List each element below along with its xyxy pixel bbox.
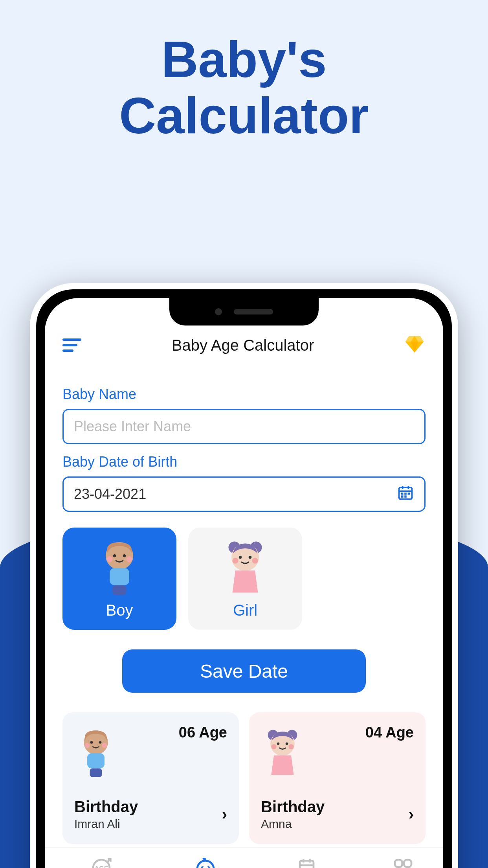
svg-rect-28 [87,753,105,769]
svg-rect-48 [404,860,412,867]
boy-icon [74,726,117,781]
nav-others[interactable]: Others [389,857,417,868]
svg-point-10 [113,554,116,557]
nav-baby-age[interactable]: Baby Age [184,857,227,868]
chevron-right-icon: › [222,805,227,823]
gender-selector: Boy Girl [62,528,426,630]
save-date-button[interactable]: Save Date [122,649,366,693]
baby-dob-input[interactable]: 23-04-2021 [62,476,426,512]
baby-dob-label: Baby Date of Birth [62,454,426,470]
age-calculator-icon: AGE [90,857,112,868]
baby-name-label: Baby Name [62,386,426,403]
svg-point-27 [102,743,107,748]
girl-icon [220,539,271,598]
child-birthday-label: Birthday [261,798,325,816]
baby-name-input[interactable] [62,409,426,444]
baby-age-icon [194,857,216,868]
svg-point-22 [252,557,258,563]
app-title: Baby Age Calculator [172,337,314,354]
svg-point-35 [271,744,276,749]
phone-notch [169,298,319,326]
svg-text:AGE: AGE [95,865,108,868]
child-card[interactable]: 06 Age Birthday Imran Ali › [62,712,239,844]
menu-icon[interactable] [62,335,82,355]
saved-children-list: 06 Age Birthday Imran Ali › [45,693,443,844]
svg-rect-14 [110,568,129,585]
svg-point-11 [123,554,126,557]
svg-rect-40 [300,861,314,868]
phone-screen: Baby Age Calculator Baby Name Baby Date … [45,298,443,868]
girl-icon [261,726,304,781]
nav-working-days[interactable]: Working Days [279,857,338,868]
child-name: Amna [261,817,325,831]
calendar-icon [397,484,414,505]
child-age-text: 06 Age [179,724,227,741]
svg-rect-47 [395,860,402,867]
svg-point-39 [197,861,214,868]
girl-label: Girl [233,601,257,619]
others-icon [392,857,414,868]
child-age-text: 04 Age [365,724,414,741]
svg-rect-15 [113,585,127,595]
baby-dob-value: 23-04-2021 [74,486,146,502]
child-card[interactable]: 04 Age Birthday Amna › [249,712,426,844]
svg-point-19 [239,555,242,559]
svg-point-13 [127,556,132,562]
marketing-title-line1: Baby's [0,31,488,88]
svg-point-25 [99,741,102,744]
svg-point-34 [286,743,288,745]
svg-point-33 [277,743,280,745]
child-name: Imran Ali [74,817,138,831]
nav-age-calculator[interactable]: AGE Age Calculator [71,857,132,868]
bottom-nav: AGE Age Calculator Baby Age Working Days… [45,847,443,868]
svg-point-21 [233,557,238,563]
boy-icon [94,539,145,598]
chevron-right-icon: › [409,805,414,823]
svg-rect-5 [404,493,407,495]
svg-rect-6 [408,493,410,495]
svg-point-12 [107,556,113,562]
form-area: Baby Name Baby Date of Birth 23-04-2021 [45,365,443,693]
svg-point-20 [249,555,252,559]
svg-rect-8 [404,495,407,498]
svg-rect-4 [401,493,404,495]
boy-label: Boy [106,601,133,619]
working-days-icon [297,857,319,868]
gender-girl-card[interactable]: Girl [188,528,302,630]
child-birthday-label: Birthday [74,798,138,816]
phone-frame: Baby Age Calculator Baby Name Baby Date … [30,283,458,868]
svg-rect-29 [90,769,102,777]
marketing-title-line2: Calculator [0,88,488,144]
svg-point-36 [288,744,294,749]
svg-rect-7 [401,495,404,498]
premium-diamond-icon[interactable] [404,333,426,357]
svg-point-24 [90,741,93,744]
marketing-heading: Baby's Calculator [0,0,488,144]
svg-point-26 [84,743,90,748]
gender-boy-card[interactable]: Boy [62,528,176,630]
